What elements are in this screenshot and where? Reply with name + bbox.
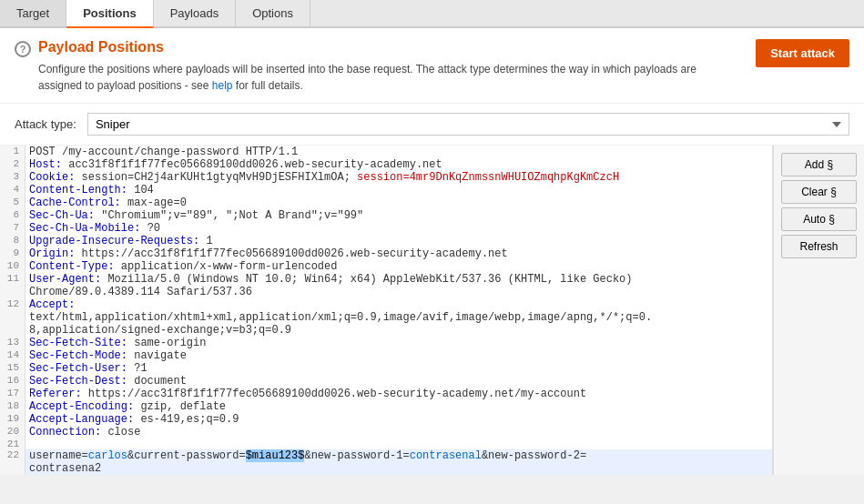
- page-title: Payload Positions: [38, 39, 696, 55]
- line-number: 18: [0, 400, 25, 413]
- line-number: 19: [0, 413, 25, 426]
- line-part: Upgrade-Insecure-Requests:: [29, 235, 206, 247]
- table-row: Chrome/89.0.4389.114 Safari/537.36: [0, 286, 772, 298]
- table-row: contrasena2: [0, 462, 772, 475]
- line-part: Mozilla/5.0 (Windows NT 10.0; Win64; x64…: [107, 273, 632, 286]
- line-part: carlos: [88, 449, 127, 462]
- line-number: 8: [0, 235, 25, 247]
- clear-button[interactable]: Clear §: [781, 180, 857, 204]
- line-content: Sec-Fetch-User: ?1: [25, 362, 772, 375]
- table-row: 16Sec-Fetch-Dest: document: [0, 375, 772, 388]
- table-row: text/html,application/xhtml+xml,applicat…: [0, 311, 772, 324]
- line-part: 104: [134, 184, 154, 197]
- table-row: 17Referer: https://acc31f8f1f1f77fec0566…: [0, 388, 772, 400]
- line-content: Sec-Ch-Ua: "Chromium";v="89", ";Not A Br…: [25, 209, 772, 222]
- desc-line2-pre: assigned to payload positions - see: [38, 79, 212, 92]
- line-part: navigate: [134, 349, 187, 362]
- line-content: Sec-Ch-Ua-Mobile: ?0: [25, 222, 772, 235]
- line-part: Origin:: [29, 247, 82, 260]
- table-row: 1POST /my-account/change-password HTTP/1…: [0, 146, 772, 158]
- table-row: 9Origin: https://acc31f8f1f1f77fec056689…: [0, 247, 772, 260]
- line-part: same-origin: [134, 337, 206, 349]
- help-link[interactable]: help: [212, 79, 233, 92]
- table-row: 3Cookie: session=CH2j4arKUHt1gtyqMvH9DjE…: [0, 171, 772, 184]
- line-part: Sec-Fetch-Mode:: [29, 349, 134, 362]
- tab-options[interactable]: Options: [236, 0, 310, 26]
- line-part: Host:: [29, 158, 68, 171]
- line-content: username=carlos&current-password=$miau12…: [25, 449, 772, 462]
- line-number: 21: [0, 438, 25, 449]
- line-part: $miau123$: [246, 449, 305, 462]
- table-row: 6Sec-Ch-Ua: "Chromium";v="89", ";Not A B…: [0, 209, 772, 222]
- line-content: text/html,application/xhtml+xml,applicat…: [25, 311, 772, 324]
- line-part: close: [107, 426, 140, 438]
- attack-type-select[interactable]: SniperBattering ramPitchforkCluster bomb: [87, 113, 849, 136]
- line-part: Sec-Fetch-Dest:: [29, 375, 134, 388]
- line-part: Accept:: [29, 298, 75, 311]
- table-row: 11User-Agent: Mozilla/5.0 (Windows NT 10…: [0, 273, 772, 286]
- tab-positions[interactable]: Positions: [66, 0, 154, 28]
- table-row: 2Host: acc31f8f1f1f77fec056689100dd0026.…: [0, 158, 772, 171]
- line-content: Sec-Fetch-Mode: navigate: [25, 349, 772, 362]
- line-number: 5: [0, 197, 25, 209]
- table-row: 14Sec-Fetch-Mode: navigate: [0, 349, 772, 362]
- table-row: 13Sec-Fetch-Site: same-origin: [0, 337, 772, 349]
- tabs-bar: TargetPositionsPayloadsOptions: [0, 0, 864, 28]
- line-part: Sec-Fetch-Site:: [29, 337, 134, 349]
- line-number: 11: [0, 273, 25, 286]
- request-lines: 1POST /my-account/change-password HTTP/1…: [0, 146, 772, 475]
- line-content: 8,application/signed-exchange;v=b3;q=0.9: [25, 324, 772, 337]
- auto-button[interactable]: Auto §: [781, 207, 857, 231]
- line-part: contrasenal: [410, 449, 482, 462]
- line-number: [0, 286, 25, 298]
- start-attack-button[interactable]: Start attack: [756, 39, 849, 67]
- line-part: session=CH2j4arKUHt1gtyqMvH9DjESFHIXlmOA…: [82, 171, 357, 184]
- line-content: Sec-Fetch-Dest: document: [25, 375, 772, 388]
- line-number: 15: [0, 362, 25, 375]
- line-number: 17: [0, 388, 25, 400]
- line-part: Cookie:: [29, 171, 82, 184]
- header-text-block: Payload Positions Configure the position…: [38, 39, 696, 94]
- line-content: [25, 438, 772, 449]
- line-content: Upgrade-Insecure-Requests: 1: [25, 235, 772, 247]
- line-part: document: [134, 375, 187, 388]
- line-content: Accept-Language: es-419,es;q=0.9: [25, 413, 772, 426]
- line-number: 20: [0, 426, 25, 438]
- request-editor[interactable]: 1POST /my-account/change-password HTTP/1…: [0, 146, 773, 475]
- line-number: 13: [0, 337, 25, 349]
- line-number: 14: [0, 349, 25, 362]
- line-part: https://acc31f8f1f1f77fec056689100dd0026…: [88, 388, 586, 400]
- line-part: POST /my-account/change-password HTTP/1.…: [29, 146, 298, 158]
- line-part: Connection:: [29, 426, 107, 438]
- header-left: ? Payload Positions Configure the positi…: [15, 39, 741, 94]
- line-part: Sec-Fetch-User:: [29, 362, 134, 375]
- line-number: 4: [0, 184, 25, 197]
- add-button[interactable]: Add §: [781, 153, 857, 176]
- line-part: 8,application/signed-exchange;v=b3;q=0.9: [29, 324, 291, 337]
- table-row: 19Accept-Language: es-419,es;q=0.9: [0, 413, 772, 426]
- line-content: Referer: https://acc31f8f1f1f77fec056689…: [25, 388, 772, 400]
- line-content: Cookie: session=CH2j4arKUHt1gtyqMvH9DjES…: [25, 171, 772, 184]
- line-content: Host: acc31f8f1f1f77fec056689100dd0026.w…: [25, 158, 772, 171]
- line-content: contrasena2: [25, 462, 772, 475]
- desc-line1: Configure the positions where payloads w…: [38, 63, 696, 76]
- attack-type-label: Attack type:: [15, 117, 76, 131]
- line-part: Content-Type:: [29, 260, 121, 273]
- line-content: Content-Type: application/x-www-form-url…: [25, 260, 772, 273]
- help-icon[interactable]: ?: [15, 41, 31, 57]
- editor-area: 1POST /my-account/change-password HTTP/1…: [0, 146, 864, 475]
- tab-target[interactable]: Target: [0, 0, 66, 26]
- line-number: 3: [0, 171, 25, 184]
- table-row: 8Upgrade-Insecure-Requests: 1: [0, 235, 772, 247]
- line-part: Chrome/89.0.4389.114 Safari/537.36: [29, 286, 252, 298]
- line-number: [0, 324, 25, 337]
- line-part: contrasena2: [29, 462, 101, 475]
- line-number: 7: [0, 222, 25, 235]
- line-part: Sec-Ch-Ua-Mobile:: [29, 222, 147, 235]
- line-part: ?1: [134, 362, 147, 375]
- line-content: Chrome/89.0.4389.114 Safari/537.36: [25, 286, 772, 298]
- line-part: Sec-Ch-Ua:: [29, 209, 101, 222]
- refresh-button[interactable]: Refresh: [781, 235, 857, 258]
- tab-payloads[interactable]: Payloads: [154, 0, 236, 26]
- line-content: Cache-Control: max-age=0: [25, 197, 772, 209]
